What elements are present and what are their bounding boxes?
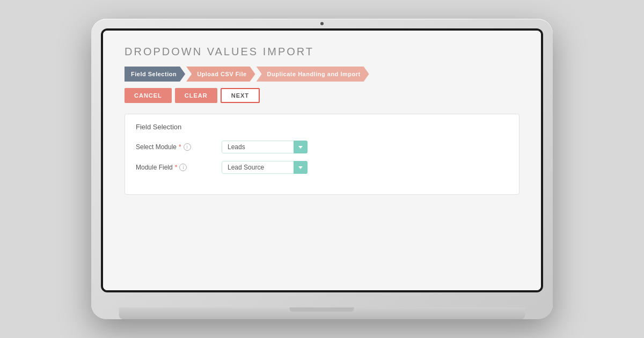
required-star-2: * bbox=[175, 164, 178, 171]
next-button[interactable]: NEXT bbox=[221, 88, 260, 103]
module-field-info-icon[interactable]: i bbox=[179, 164, 187, 171]
step-field-selection-label: Field Selection bbox=[131, 71, 177, 77]
page-content: DROPDOWN VALUES IMPORT Field Selection U… bbox=[103, 31, 541, 290]
screen-bezel: DROPDOWN VALUES IMPORT Field Selection U… bbox=[101, 28, 543, 292]
step-upload-csv[interactable]: Upload CSV File bbox=[186, 67, 255, 82]
step-field-selection[interactable]: Field Selection bbox=[125, 67, 185, 82]
laptop-base bbox=[119, 307, 525, 319]
select-module-label: Select Module* i bbox=[136, 143, 222, 151]
panel-title: Field Selection bbox=[136, 123, 508, 131]
step-upload-csv-label: Upload CSV File bbox=[197, 71, 246, 77]
select-module-dropdown[interactable]: LeadsContactsAccounts bbox=[222, 141, 308, 153]
steps-breadcrumb: Field Selection Upload CSV File Duplicat… bbox=[125, 67, 519, 82]
select-module-row: Select Module* i LeadsContactsAccounts bbox=[136, 141, 508, 153]
select-module-wrapper: LeadsContactsAccounts bbox=[222, 141, 308, 153]
laptop-screen: DROPDOWN VALUES IMPORT Field Selection U… bbox=[103, 31, 541, 290]
camera-dot bbox=[320, 22, 324, 25]
laptop-frame: DROPDOWN VALUES IMPORT Field Selection U… bbox=[91, 19, 553, 319]
module-field-wrapper: Lead SourceIndustryStatus bbox=[222, 161, 308, 174]
module-field-row: Module Field* i Lead SourceIndustryStatu… bbox=[136, 161, 508, 174]
module-field-dropdown[interactable]: Lead SourceIndustryStatus bbox=[222, 161, 308, 174]
step-duplicate-handling[interactable]: Duplicate Handling and Import bbox=[257, 67, 369, 82]
cancel-button[interactable]: CANCEL bbox=[125, 88, 172, 103]
page-title: DROPDOWN VALUES IMPORT bbox=[125, 46, 519, 58]
step-duplicate-handling-label: Duplicate Handling and Import bbox=[267, 71, 361, 77]
clear-button[interactable]: CLEAR bbox=[175, 88, 217, 103]
action-buttons: CANCEL CLEAR NEXT bbox=[125, 88, 519, 103]
field-selection-panel: Field Selection Select Module* i LeadsCo… bbox=[125, 114, 519, 195]
select-module-info-icon[interactable]: i bbox=[184, 143, 191, 151]
module-field-label: Module Field* i bbox=[136, 164, 222, 171]
required-star: * bbox=[179, 143, 181, 151]
